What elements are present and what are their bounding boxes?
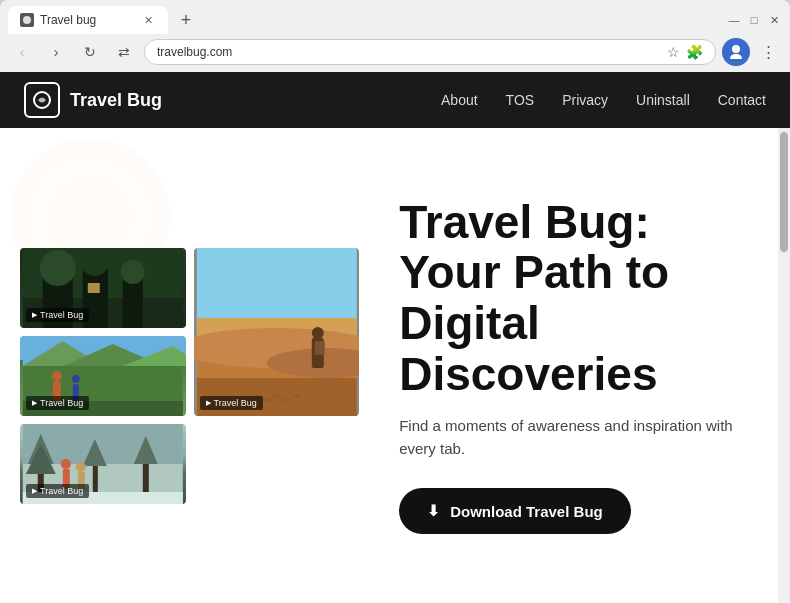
address-bar[interactable]: travelbug.com ☆ 🧩	[144, 39, 716, 65]
hero-section: TT	[0, 128, 790, 603]
svg-point-46	[61, 459, 71, 469]
svg-rect-11	[88, 283, 100, 293]
hero-right: Travel Bug: Your Path to Digital Discove…	[379, 128, 790, 603]
refresh-button[interactable]: ↻	[76, 38, 104, 66]
back-button[interactable]: ‹	[8, 38, 36, 66]
nav-link-privacy[interactable]: Privacy	[562, 92, 608, 108]
svg-point-25	[292, 394, 300, 398]
translate-button[interactable]: ⇄	[110, 38, 138, 66]
svg-point-9	[81, 248, 109, 276]
svg-point-48	[76, 462, 86, 472]
webpage: Travel Bug About TOS Privacy Uninstall C…	[0, 72, 790, 603]
nav-link-uninstall[interactable]: Uninstall	[636, 92, 690, 108]
svg-point-24	[282, 398, 290, 402]
image-label-4: Travel Bug	[26, 484, 89, 498]
scrollbar-thumb[interactable]	[780, 132, 788, 252]
image-label-1: Travel Bug	[26, 308, 89, 322]
nav-link-tos[interactable]: TOS	[506, 92, 535, 108]
svg-point-23	[272, 394, 280, 398]
nav-link-about[interactable]: About	[441, 92, 478, 108]
hero-title: Travel Bug: Your Path to Digital Discove…	[399, 197, 750, 399]
svg-rect-20	[314, 341, 324, 355]
svg-point-0	[23, 16, 31, 24]
browser-chrome: Travel bug ✕ + — □ ✕ ‹ › ↻ ⇄ travelbug.c…	[0, 0, 790, 72]
svg-point-32	[52, 371, 62, 381]
hero-left: TT	[0, 128, 379, 603]
tab-favicon	[20, 13, 34, 27]
image-label-3: Travel Bug	[26, 396, 89, 410]
window-controls: — □ ✕	[726, 12, 782, 28]
hero-subtitle: Find a moments of awareness and inspirat…	[399, 415, 750, 460]
download-label: Download Travel Bug	[450, 503, 603, 520]
image-card-2: Travel Bug	[194, 248, 360, 416]
bookmark-star-icon[interactable]: ☆	[667, 44, 680, 60]
logo-icon	[24, 82, 60, 118]
profile-button[interactable]	[722, 38, 750, 66]
download-button[interactable]: ⬇ Download Travel Bug	[399, 488, 631, 534]
svg-point-22	[262, 398, 270, 402]
image-card-1: Travel Bug	[20, 248, 186, 328]
tab-close-button[interactable]: ✕	[140, 12, 156, 28]
menu-button[interactable]: ⋮	[754, 38, 782, 66]
svg-point-1	[732, 45, 740, 53]
tab-title: Travel bug	[40, 13, 96, 27]
site-nav: Travel Bug About TOS Privacy Uninstall C…	[0, 72, 790, 128]
svg-point-19	[311, 327, 323, 339]
site-logo-text: Travel Bug	[70, 90, 162, 111]
maximize-button[interactable]: □	[746, 12, 762, 28]
close-button[interactable]: ✕	[766, 12, 782, 28]
new-tab-button[interactable]: +	[172, 6, 200, 34]
image-card-3: Travel Bug	[20, 336, 186, 416]
address-bar-row: ‹ › ↻ ⇄ travelbug.com ☆ 🧩 ⋮	[0, 34, 790, 72]
address-text: travelbug.com	[157, 45, 667, 59]
svg-point-10	[121, 260, 145, 284]
browser-tab[interactable]: Travel bug ✕	[8, 6, 168, 34]
image-card-4: Travel Bug	[20, 424, 186, 504]
image-label-2: Travel Bug	[200, 396, 263, 410]
site-nav-links: About TOS Privacy Uninstall Contact	[441, 92, 766, 108]
browser-right-icons: ⋮	[722, 38, 782, 66]
images-grid: Travel Bug	[20, 148, 359, 504]
title-bar: Travel bug ✕ + — □ ✕	[0, 0, 790, 34]
download-icon: ⬇	[427, 502, 440, 520]
address-icons: ☆ 🧩	[667, 44, 703, 60]
forward-button[interactable]: ›	[42, 38, 70, 66]
svg-point-34	[72, 375, 80, 383]
site-logo: Travel Bug	[24, 82, 162, 118]
extensions-icon[interactable]: 🧩	[686, 44, 703, 60]
nav-link-contact[interactable]: Contact	[718, 92, 766, 108]
svg-point-8	[40, 250, 76, 286]
scrollbar[interactable]	[778, 128, 790, 603]
minimize-button[interactable]: —	[726, 12, 742, 28]
desert-image	[194, 248, 360, 416]
